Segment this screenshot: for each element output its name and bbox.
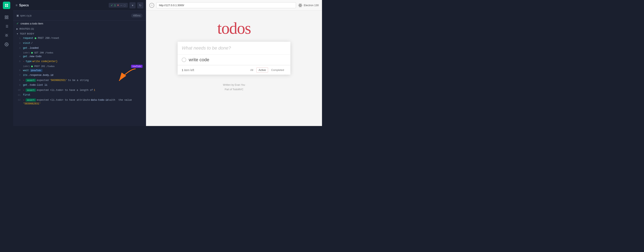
sidebar-icon-list[interactable] <box>3 23 10 30</box>
todo-count: 1 item left <box>182 68 248 72</box>
filter-active[interactable]: Active <box>256 67 268 73</box>
cmd-row-4[interactable]: 4 get .new-todo <box>13 54 146 59</box>
filter-all[interactable]: All <box>248 67 255 73</box>
cmd-row-6[interactable]: 6 wait @newTodo <box>13 68 146 73</box>
wait-badge: @newTodo <box>30 69 42 72</box>
routes-arrow: ▶ <box>16 28 18 30</box>
todo-input-area: What needs to be done? <box>178 42 290 55</box>
menu-icon: ≡ <box>16 4 18 7</box>
pass-icon: ✓ <box>111 4 113 7</box>
todo-filters: All Active Completed <box>248 67 286 73</box>
todo-placeholder: What needs to be done? <box>182 45 231 51</box>
credit-line-1: Written by Evan You <box>223 83 245 87</box>
reload-button[interactable]: ↻ <box>137 2 143 9</box>
sidebar-icon-grid[interactable] <box>3 14 10 21</box>
sidebar-icon-gear[interactable] <box>3 41 10 48</box>
assert-badge-8: assert <box>26 79 36 82</box>
browser-url-input[interactable] <box>156 2 296 8</box>
top-bar: ≡ Specs ✓ 1 ✕ -- ◌ ▾ ↻ <box>13 0 146 11</box>
browser-target-icon: ⊙ <box>149 3 154 8</box>
cmd-row-3[interactable]: 3 get .loaded <box>13 46 146 51</box>
cmd-row-1[interactable]: 1 request POST 200 /reset <box>13 36 146 41</box>
assert-badge-10: assert <box>26 89 36 92</box>
test-list: ✓ creates a todo item ▶ ROUTES (1) ▼ TES… <box>13 21 146 126</box>
spec-header: ▣ spec.cy.js 495ms <box>13 11 146 21</box>
new-todo-badge: newTodo <box>131 65 142 68</box>
cmd-row-5[interactable]: 5 - type write code{enter} <box>13 59 146 64</box>
top-bar-controls: ✓ 1 ✕ -- ◌ ▾ ↻ <box>109 2 143 9</box>
todo-item-row: write code <box>178 55 290 65</box>
cmd-row-8[interactable]: 8 - assert expected '5039082931' to be a… <box>13 78 146 83</box>
routes-section[interactable]: ▶ ROUTES (1) <box>13 26 146 31</box>
svg-rect-4 <box>5 16 6 17</box>
cmd-row-9[interactable]: 9 get .todo-list li <box>13 83 146 88</box>
electron-label: Electron 130 <box>304 4 319 7</box>
routes-label: ROUTES (1) <box>20 28 34 30</box>
test-body-label: TEST BODY <box>20 33 34 35</box>
test-label: creates a todo item <box>20 22 43 25</box>
running-icon: ◌ <box>124 4 126 7</box>
svg-point-17 <box>300 5 301 6</box>
svg-rect-5 <box>7 16 8 17</box>
cmd-row-7[interactable]: 7 its .response.body.id <box>13 73 146 78</box>
sidebar-icon-bug[interactable] <box>3 32 10 39</box>
todo-app-preview: todos What needs to be done? write code … <box>146 11 322 126</box>
main-panel: ≡ Specs ✓ 1 ✕ -- ◌ ▾ ↻ ▣ spec.cy.js 495m… <box>13 0 146 126</box>
cmd-row-12[interactable]: 12 - assert expected <li.todo> to have a… <box>13 98 146 106</box>
command-list: 1 request POST 200 /reset 2 visit / 3 <box>13 36 146 106</box>
cmd-row-11[interactable]: 11 first <box>13 93 146 98</box>
page-title: Specs <box>19 4 109 7</box>
assert-badge-12: assert <box>26 98 36 101</box>
test-item-creates-todo[interactable]: ✓ creates a todo item <box>13 21 146 26</box>
status-group: ✓ 1 ✕ -- ◌ <box>109 3 128 8</box>
svg-rect-7 <box>5 18 6 19</box>
credit-line-2: Part of TodoMVC <box>223 87 245 92</box>
todo-footer: 1 item left All Active Completed <box>178 65 290 75</box>
spec-filename: spec.cy.js <box>20 14 32 17</box>
cmd-row-2[interactable]: 2 visit / <box>13 41 146 46</box>
fail-icon: ✕ <box>117 4 119 7</box>
spec-time: 495ms <box>131 14 142 18</box>
test-body-arrow: ▼ <box>16 33 19 35</box>
todo-credit: Written by Evan You Part of TodoMVC <box>223 83 245 92</box>
dropdown-button[interactable]: ▾ <box>130 2 136 9</box>
sidebar <box>0 0 13 126</box>
svg-rect-1 <box>7 4 8 5</box>
xhr-row-get-todos: (xhr) GET 200 /todos <box>13 51 146 54</box>
svg-rect-3 <box>7 6 8 7</box>
svg-point-15 <box>6 44 7 45</box>
svg-rect-0 <box>5 4 6 5</box>
todo-app-title: todos <box>217 19 251 38</box>
browser-panel: ⊙ Electron 130 todos What needs to be do… <box>146 0 322 126</box>
pass-count: 1 <box>114 4 116 7</box>
file-icon: ▣ <box>16 14 19 17</box>
cmd-row-10[interactable]: 10 - assert expected <li.todo> to have a… <box>13 88 146 93</box>
filter-completed[interactable]: Completed <box>269 67 286 73</box>
svg-rect-2 <box>5 6 6 7</box>
svg-point-14 <box>6 35 8 36</box>
electron-indicator: Electron 130 <box>298 3 319 8</box>
xhr-row-post-todos: (xhr) POST 201 /todos newTodo <box>13 64 146 68</box>
test-body-section[interactable]: ▼ TEST BODY <box>13 31 146 36</box>
electron-icon <box>298 3 302 8</box>
test-pass-icon: ✓ <box>16 22 19 25</box>
todo-card: What needs to be done? write code 1 item… <box>178 42 290 75</box>
app-logo <box>3 2 10 9</box>
todo-item-text: write code <box>189 57 209 62</box>
svg-rect-6 <box>7 18 8 19</box>
pending-icon: -- <box>120 4 122 7</box>
browser-bar: ⊙ Electron 130 <box>146 0 322 11</box>
todo-checkbox[interactable] <box>182 58 186 62</box>
